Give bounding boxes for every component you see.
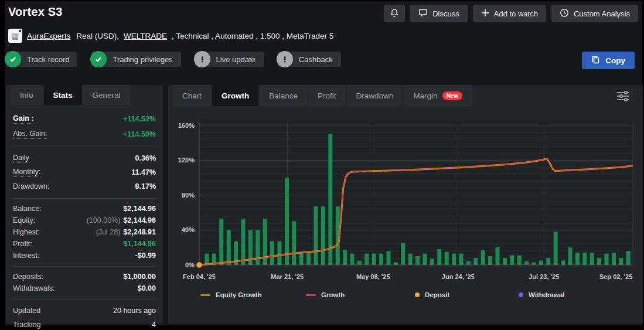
exclamation-icon xyxy=(194,51,210,67)
stat-row: Gain :+114.52% xyxy=(13,111,156,127)
account-meta: ▦ AuraExperts Real (USD), WELTRADE , Tec… xyxy=(8,28,333,43)
discuss-icon xyxy=(418,8,428,19)
stats-group: Balance:$2,144.96Equity:(100.00%)$2,144.… xyxy=(13,198,156,266)
dot-swatch xyxy=(519,292,523,297)
tab-label: Balance xyxy=(269,91,298,100)
stats-tab-stats[interactable]: Stats xyxy=(44,85,82,105)
growth-chart[interactable]: 0%40%80%120%160%Feb 04, '25Mar 21, '25Ma… xyxy=(173,117,638,288)
stats-group: Deposits:$1,000.00Withdrawals:$0.00 xyxy=(13,266,156,299)
stat-value: 4 xyxy=(152,321,156,329)
stats-tab-info[interactable]: Info xyxy=(11,85,43,105)
badge-label: Trading privileges xyxy=(113,55,172,64)
chart-tab-growth[interactable]: Growth xyxy=(212,85,258,106)
broker-link[interactable]: WELTRADE xyxy=(124,32,167,40)
stat-label: Drawdown: xyxy=(13,182,50,190)
copy-icon xyxy=(591,55,600,66)
stat-row: Interest:-$0.99 xyxy=(13,250,156,261)
svg-text:80%: 80% xyxy=(182,192,195,199)
custom-analysis-button[interactable]: Custom Analysis xyxy=(551,5,638,22)
stat-row: Balance:$2,144.96 xyxy=(13,203,156,215)
dot-swatch xyxy=(415,292,420,297)
stats-groups: Gain :+114.52%Abs. Gain:+114.50%Daily0.3… xyxy=(6,105,163,330)
stat-row: Tracking4 xyxy=(13,318,156,330)
badge-cashback: Cashback xyxy=(278,52,341,67)
badge-label: Track record xyxy=(27,55,69,64)
badge-label: Cashback xyxy=(299,55,333,64)
chart-tabs: ChartGrowthBalanceProfitDrawdownMarginNe… xyxy=(168,85,643,106)
stat-value: +114.52% xyxy=(123,115,156,123)
stat-label: Abs. Gain: xyxy=(13,130,47,139)
discuss-button[interactable]: Discuss xyxy=(410,5,468,22)
svg-text:120%: 120% xyxy=(178,157,195,164)
stat-row: Equity:(100.00%)$2,144.96 xyxy=(13,215,156,226)
stat-value-prefix: (100.00%) xyxy=(87,216,121,224)
svg-text:Feb 04, '25: Feb 04, '25 xyxy=(183,273,216,280)
copy-button[interactable]: Copy xyxy=(582,52,635,69)
line-swatch xyxy=(200,294,210,296)
svg-text:40%: 40% xyxy=(182,226,195,233)
badge-track-record: Track record xyxy=(6,52,77,67)
check-icon xyxy=(5,51,21,67)
stat-label: Daily xyxy=(13,154,29,163)
tab-label: Info xyxy=(20,91,33,100)
account-type-text: Real (USD), xyxy=(76,32,119,40)
stat-value: -$0.99 xyxy=(135,251,156,260)
chart-settings-icon[interactable] xyxy=(616,90,630,105)
discuss-label: Discuss xyxy=(432,9,459,18)
chart-tab-balance[interactable]: Balance xyxy=(260,85,307,106)
stats-tabs: InfoStatsGeneral xyxy=(6,85,163,105)
vendor-link[interactable]: AuraExperts xyxy=(27,32,70,40)
stat-value: 11.47% xyxy=(131,168,156,176)
tab-label: Drawdown xyxy=(356,91,394,100)
stat-value: $0.00 xyxy=(138,284,156,292)
verification-badges: Track recordTrading privilegesLive updat… xyxy=(6,52,341,67)
stat-label: Withdrawals: xyxy=(13,284,55,292)
stat-row: Monthly:11.47% xyxy=(13,165,156,179)
stat-label: Equity: xyxy=(13,216,35,224)
chart-tab-chart[interactable]: Chart xyxy=(173,85,211,106)
stat-row: Deposits:$1,000.00 xyxy=(13,271,156,283)
chart-tab-margin[interactable]: MarginNew xyxy=(404,85,472,106)
notifications-button[interactable] xyxy=(384,5,405,22)
vendor-avatar: ▦ xyxy=(8,29,22,43)
deposit-marker xyxy=(197,263,202,268)
svg-text:160%: 160% xyxy=(178,122,195,129)
stats-tab-general[interactable]: General xyxy=(83,85,130,105)
badge-live-update: Live update xyxy=(195,52,264,67)
svg-text:0%: 0% xyxy=(185,261,195,268)
legend-withdrawal[interactable]: Withdrawal xyxy=(519,291,564,298)
tab-label: Stats xyxy=(53,91,73,100)
stat-label: Balance: xyxy=(13,205,42,213)
tab-label: Growth xyxy=(222,91,249,100)
header-actions: Discuss Add to watch Custom Analysis xyxy=(384,5,638,22)
stat-label: Profit: xyxy=(13,240,32,248)
add-to-watch-button[interactable]: Add to watch xyxy=(473,5,546,22)
page-header: Vortex S3 Discuss Add to watch Custom An… xyxy=(5,1,642,26)
stat-value: +114.50% xyxy=(123,130,156,138)
clock-icon xyxy=(560,8,569,19)
chart-tab-profit[interactable]: Profit xyxy=(308,85,346,106)
stat-row: Withdrawals:$0.00 xyxy=(13,283,156,294)
stat-value: 20 hours ago xyxy=(113,307,156,315)
tab-label: Chart xyxy=(182,91,202,100)
chart-tab-drawdown[interactable]: Drawdown xyxy=(347,85,403,106)
legend-label: Equity Growth xyxy=(216,291,262,298)
stats-group: Daily0.36%Monthly:11.47%Drawdown:8.17% xyxy=(13,147,156,198)
stat-row: Abs. Gain:+114.50% xyxy=(13,127,156,142)
badge-trading-privileges: Trading privileges xyxy=(91,52,180,67)
chart-panel: ChartGrowthBalanceProfitDrawdownMarginNe… xyxy=(168,85,643,324)
svg-text:Jul 23, '25: Jul 23, '25 xyxy=(529,273,559,280)
stat-label: Highest: xyxy=(13,228,40,236)
stat-label: Gain : xyxy=(13,114,33,124)
tab-label: Profit xyxy=(318,91,336,100)
legend-label: Withdrawal xyxy=(529,291,564,298)
stat-label: Interest: xyxy=(13,251,39,260)
legend-growth[interactable]: Growth xyxy=(306,291,345,298)
legend-deposit[interactable]: Deposit xyxy=(415,291,449,298)
legend-equity-growth[interactable]: Equity Growth xyxy=(200,291,262,298)
svg-text:Mar 21, '25: Mar 21, '25 xyxy=(271,273,304,280)
legend-label: Growth xyxy=(321,291,345,298)
exclamation-icon xyxy=(277,51,293,67)
stats-panel: InfoStatsGeneral Gain :+114.52%Abs. Gain… xyxy=(6,85,163,324)
tab-label: Margin xyxy=(413,91,437,100)
